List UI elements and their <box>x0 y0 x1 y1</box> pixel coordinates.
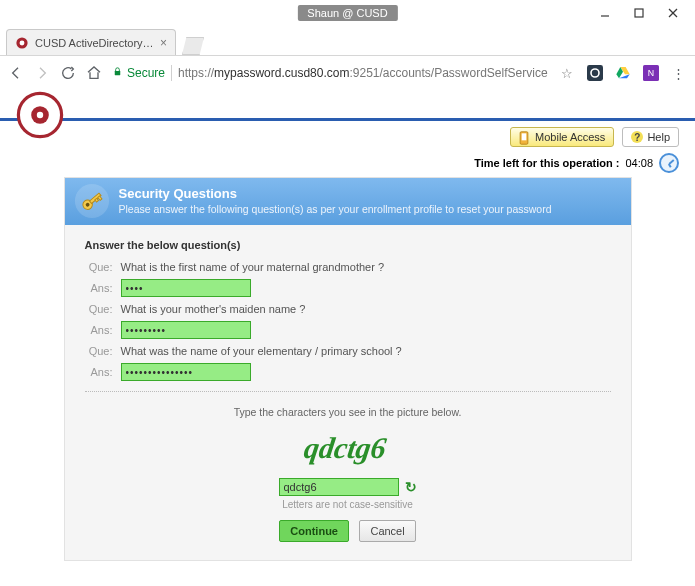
toolbar-right: ☆ N ⋮ <box>558 64 688 82</box>
url-path: /accounts/PasswordSelfService <box>379 66 547 80</box>
page-content: Mobile Access ? Help Time left for this … <box>0 90 695 586</box>
captcha-instruction: Type the characters you see in the pictu… <box>85 406 611 418</box>
window-titlebar: Shaun @ CUSD <box>0 0 695 26</box>
help-icon: ? <box>631 131 643 143</box>
question-text: What is the first name of your maternal … <box>121 261 385 273</box>
que-label: Que: <box>85 345 113 357</box>
panel-header: Security Questions Please answer the fol… <box>65 178 631 225</box>
svg-rect-1 <box>635 9 643 17</box>
question-text: What is your mother's maiden name ? <box>121 303 306 315</box>
captcha-input[interactable] <box>279 478 399 496</box>
tab-title: CUSD ActiveDirectory Pa <box>35 37 154 49</box>
question-row: Que: What was the name of your elementar… <box>85 345 611 357</box>
svg-rect-18 <box>522 133 527 140</box>
ans-label: Ans: <box>85 366 113 378</box>
answer-input-1[interactable] <box>121 279 251 297</box>
connection-secure: Secure <box>112 66 165 80</box>
help-button[interactable]: ? Help <box>622 127 679 147</box>
new-tab-button[interactable] <box>182 37 204 55</box>
url-scheme: https <box>178 66 204 80</box>
user-pill: Shaun @ CUSD <box>297 5 397 21</box>
security-questions-panel: Security Questions Please answer the fol… <box>64 177 632 561</box>
url-text: https://mypassword.cusd80.com:9251/accou… <box>178 66 548 80</box>
timer-value: 04:08 <box>625 157 653 169</box>
captcha-section: Type the characters you see in the pictu… <box>85 406 611 510</box>
reload-button[interactable] <box>60 64 76 82</box>
mobile-icon <box>519 131 531 143</box>
section-divider <box>85 391 611 392</box>
question-text: What was the name of your elementary / p… <box>121 345 402 357</box>
answer-row: Ans: <box>85 363 611 381</box>
cancel-button[interactable]: Cancel <box>359 520 415 542</box>
svg-text:qdctg6: qdctg6 <box>302 431 389 465</box>
bookmark-star-icon[interactable]: ☆ <box>558 64 576 82</box>
close-button[interactable] <box>659 3 687 23</box>
answer-input-3[interactable] <box>121 363 251 381</box>
question-row: Que: What is your mother's maiden name ? <box>85 303 611 315</box>
refresh-captcha-icon[interactable]: ↻ <box>405 479 417 495</box>
panel-subtitle: Please answer the following question(s) … <box>119 203 621 215</box>
forward-button[interactable] <box>34 64 50 82</box>
tab-close-icon[interactable]: × <box>160 36 167 50</box>
url-host: mypassword.cusd80.com <box>214 66 349 80</box>
captcha-image: qdctg6 <box>273 428 423 468</box>
continue-button[interactable]: Continue <box>279 520 349 542</box>
tab-favicon-icon <box>15 36 29 50</box>
divider <box>171 65 172 81</box>
mobile-access-button[interactable]: Mobile Access <box>510 127 614 147</box>
clock-icon <box>659 153 679 173</box>
ans-label: Ans: <box>85 324 113 336</box>
svg-point-5 <box>20 40 25 45</box>
captcha-note: Letters are not case-sensitive <box>85 499 611 510</box>
ans-label: Ans: <box>85 282 113 294</box>
home-button[interactable] <box>86 64 102 82</box>
onenote-icon[interactable]: N <box>642 64 660 82</box>
help-label: Help <box>647 131 670 143</box>
timer-label: Time left for this operation : <box>474 157 619 169</box>
org-logo <box>16 91 64 139</box>
secure-label: Secure <box>127 66 165 80</box>
timer-row: Time left for this operation : 04:08 <box>0 147 695 177</box>
svg-rect-6 <box>115 71 121 75</box>
browser-tab[interactable]: CUSD ActiveDirectory Pa × <box>6 29 176 55</box>
browser-toolbar: Secure https://mypassword.cusd80.com:925… <box>0 56 695 90</box>
panel-body: Answer the below question(s) Que: What i… <box>65 225 631 560</box>
action-buttons: Continue Cancel <box>85 520 611 542</box>
svg-text:N: N <box>647 68 653 78</box>
captcha-input-row: ↻ <box>85 478 611 496</box>
que-label: Que: <box>85 261 113 273</box>
instruction-text: Answer the below question(s) <box>85 239 611 251</box>
utility-row: Mobile Access ? Help <box>0 121 695 147</box>
back-button[interactable] <box>8 64 24 82</box>
minimize-button[interactable] <box>591 3 619 23</box>
mobile-access-label: Mobile Access <box>535 131 605 143</box>
svg-rect-7 <box>587 65 603 81</box>
tab-strip: CUSD ActiveDirectory Pa × <box>0 26 695 56</box>
url-port: :9251 <box>349 66 379 80</box>
svg-point-16 <box>37 112 43 118</box>
extension-icon-1[interactable] <box>586 64 604 82</box>
lock-icon <box>112 66 123 80</box>
key-icon <box>73 182 111 220</box>
panel-title: Security Questions <box>119 186 621 201</box>
maximize-button[interactable] <box>625 3 653 23</box>
google-drive-icon[interactable] <box>614 64 632 82</box>
answer-row: Ans: <box>85 279 611 297</box>
answer-input-2[interactable] <box>121 321 251 339</box>
question-row: Que: What is the first name of your mate… <box>85 261 611 273</box>
address-bar[interactable]: Secure https://mypassword.cusd80.com:925… <box>112 65 548 81</box>
que-label: Que: <box>85 303 113 315</box>
browser-menu-icon[interactable]: ⋮ <box>670 64 688 82</box>
answer-row: Ans: <box>85 321 611 339</box>
